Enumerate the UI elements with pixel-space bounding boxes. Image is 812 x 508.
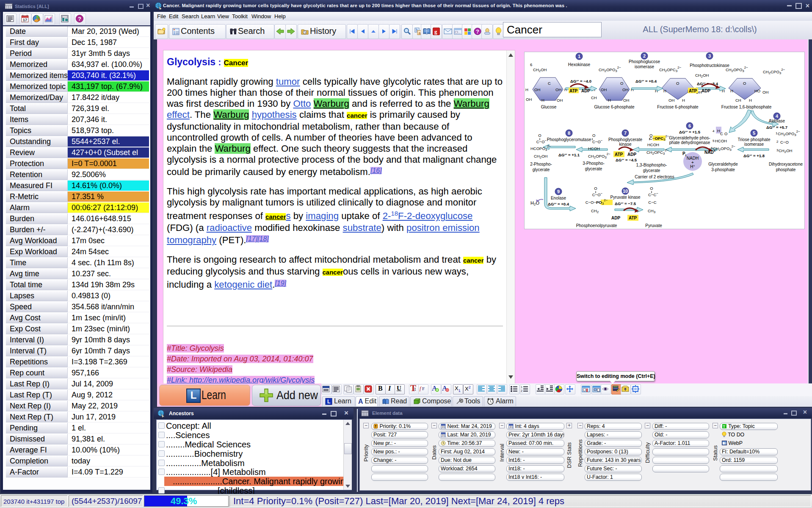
svg-text:2: 2	[776, 140, 779, 144]
svg-text:3-Phospho-: 3-Phospho-	[583, 161, 605, 166]
svg-text:17: 17	[23, 18, 27, 22]
svg-text:CH2: CH2	[591, 208, 599, 214]
svg-text:ΔG°' = −7.5: ΔG°' = −7.5	[615, 201, 636, 206]
svg-text:Fructose 6-phosphate: Fructose 6-phosphate	[657, 105, 699, 109]
svg-text:CH2CPO32−: CH2CPO32−	[763, 68, 785, 75]
svg-text:ATP: ATP	[615, 152, 623, 157]
svg-text:ADP: ADP	[702, 89, 710, 93]
svg-text:OH: OH	[601, 87, 607, 92]
svg-text:ATP: ATP	[689, 89, 697, 93]
svg-text:Phosphoglyceromutase: Phosphoglyceromutase	[547, 137, 591, 142]
svg-text:Dihydroxyacetone: Dihydroxyacetone	[769, 162, 803, 167]
svg-text:3-phosphate: 3-phosphate	[711, 167, 735, 172]
svg-text:HCOPO32−: HCOPO32−	[530, 144, 551, 152]
svg-text:H: H	[663, 89, 666, 93]
svg-text:O: O	[724, 131, 727, 136]
svg-text:6: 6	[530, 62, 532, 67]
svg-text:Glucose: Glucose	[541, 105, 557, 109]
svg-text:O: O	[592, 133, 595, 138]
svg-text:31: 31	[442, 434, 445, 437]
svg-text:9: 9	[557, 189, 560, 194]
svg-text:CH: CH	[735, 98, 741, 103]
svg-text:CH2OH: CH2OH	[779, 148, 793, 154]
svg-text:CH2OPO32−: CH2OPO32−	[778, 130, 800, 137]
svg-text:H: H	[749, 98, 752, 103]
svg-text:2-Phospho-: 2-Phospho-	[530, 162, 552, 167]
svg-text:1: 1	[521, 386, 522, 389]
svg-text:C−O−: C−O−	[536, 139, 547, 144]
svg-text:ΔG°' = +1.5: ΔG°' = +1.5	[679, 130, 701, 134]
svg-text:Enolase: Enolase	[551, 196, 566, 200]
svg-text:Aldolase: Aldolase	[769, 119, 785, 123]
svg-text:1: 1	[776, 131, 778, 135]
svg-text:31: 31	[442, 425, 445, 428]
svg-text:kinase: kinase	[619, 142, 632, 147]
svg-text:isomerase: isomerase	[635, 64, 655, 69]
svg-text:ΔG°' = +5.7: ΔG°' = +5.7	[766, 125, 787, 130]
svg-text:O: O	[676, 81, 679, 86]
svg-text:Pyruvate kinase: Pyruvate kinase	[610, 195, 641, 200]
svg-text:4: 4	[776, 114, 779, 119]
svg-text:2: 2	[643, 53, 646, 58]
svg-text:CH2OH: CH2OH	[533, 67, 547, 73]
svg-text:glycerate: glycerate	[585, 167, 602, 171]
svg-text:a: a	[419, 31, 421, 35]
svg-text:ΔG°' = −4.5: ΔG°' = −4.5	[616, 158, 637, 162]
svg-text:H: H	[717, 128, 720, 133]
svg-text:OH: OH	[555, 87, 561, 92]
svg-text:Phosphotructokinase: Phosphotructokinase	[690, 63, 729, 68]
svg-text:OH: OH	[557, 98, 563, 103]
svg-text:CH: CH	[591, 95, 597, 100]
svg-text:ΔG°' = +0.4: ΔG°' = +0.4	[635, 79, 657, 83]
svg-text:ΔG°' = +1.8: ΔG°' = +1.8	[743, 153, 765, 158]
svg-text:H: H	[608, 98, 611, 103]
svg-text:ATP: ATP	[629, 216, 637, 220]
svg-text:10: 10	[623, 189, 628, 194]
svg-text:OH: OH	[668, 98, 674, 103]
svg-text:O: O	[538, 133, 541, 138]
svg-text:Pi: Pi	[682, 151, 686, 157]
svg-text:ADP: ADP	[611, 216, 620, 220]
svg-text:C: C	[548, 81, 551, 86]
svg-text:8: 8	[568, 130, 570, 136]
svg-text:isomerase: isomerase	[744, 142, 764, 147]
svg-text:C−C−: C−C−	[648, 192, 658, 197]
svg-text:g: g	[434, 28, 437, 35]
svg-text:1,3-Bisphospho-: 1,3-Bisphospho-	[636, 163, 667, 167]
svg-text:CH3: CH3	[648, 208, 656, 214]
svg-text:CH2OPO32−: CH2OPO32−	[713, 144, 735, 152]
svg-text:Phosphoglycerate: Phosphoglycerate	[608, 137, 642, 142]
svg-text:phate dehydrogenase: phate dehydrogenase	[669, 140, 710, 145]
svg-text:OH: OH	[526, 97, 532, 102]
svg-text:ADP: ADP	[627, 152, 636, 157]
svg-text:glycerate: glycerate	[643, 168, 660, 173]
svg-text:Phosphoglucose: Phosphoglucose	[629, 59, 660, 64]
svg-text:OH: OH	[762, 90, 768, 94]
svg-text:C−O−: C−O−	[592, 139, 603, 144]
svg-text:C−O−: C−O−	[592, 192, 603, 197]
svg-text:Glyceraldehyde: Glyceraldehyde	[708, 162, 738, 167]
svg-text:?: ?	[78, 16, 81, 22]
svg-text:1: 1	[578, 54, 580, 59]
svg-text:3: 3	[708, 53, 711, 58]
svg-text:H: H	[730, 89, 733, 93]
svg-text:3: 3	[776, 148, 779, 152]
svg-text:ADP: ADP	[581, 89, 590, 93]
svg-text:H: H	[525, 87, 528, 92]
svg-text:OH: OH	[622, 87, 628, 92]
svg-text:O: O	[650, 186, 653, 191]
svg-text:5: 5	[753, 130, 755, 136]
svg-text:5: 5	[713, 139, 715, 143]
svg-text:CH2OPO32−: CH2OPO32−	[599, 66, 621, 73]
svg-text:HCOH: HCOH	[715, 139, 727, 143]
svg-text:glycerate: glycerate	[533, 167, 550, 172]
svg-text:Glucose 6-phosphate: Glucose 6-phosphate	[594, 105, 635, 109]
svg-text:phosphate: phosphate	[776, 167, 796, 172]
svg-text:Carrier of 2 electrons: Carrier of 2 electrons	[635, 175, 674, 179]
svg-text:C: C	[720, 131, 723, 136]
svg-text:31: 31	[510, 425, 513, 428]
svg-text:HO: HO	[754, 89, 760, 93]
svg-text:ΔG°' = +0.4: ΔG°' = +0.4	[548, 202, 569, 206]
svg-text:6: 6	[688, 123, 691, 128]
svg-text:C−C: C−C	[648, 200, 656, 205]
